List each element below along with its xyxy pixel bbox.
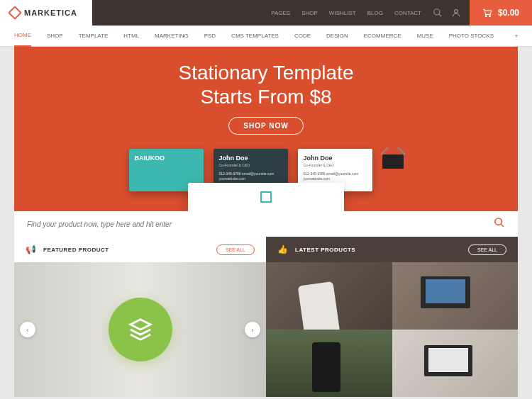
card-sub: Co-Founder & CEO xyxy=(304,163,367,167)
nav-shop[interactable]: SHOP xyxy=(301,10,318,16)
nav-cms[interactable]: CMS TEMPLATES xyxy=(231,26,279,46)
product-thumb-3[interactable] xyxy=(266,330,392,397)
card-title: John Doe xyxy=(304,154,367,162)
binder-clip-icon xyxy=(382,154,404,169)
section-headers: 📢 FEATURED PRODUCT SEE ALL 👍 LATEST PROD… xyxy=(14,237,518,262)
square-icon xyxy=(260,191,272,203)
shop-now-button[interactable]: SHOP NOW xyxy=(228,117,303,135)
nav-code[interactable]: CODE xyxy=(294,26,311,46)
svg-point-4 xyxy=(489,16,491,17)
card-sub: Co-Founder & CEO xyxy=(219,163,282,167)
logo[interactable]: MARKETICA xyxy=(0,0,92,26)
svg-marker-7 xyxy=(130,320,150,330)
prev-arrow[interactable]: ‹ xyxy=(20,322,35,337)
nav-marketing[interactable]: MARKETING xyxy=(155,26,189,46)
latest-grid xyxy=(266,262,518,397)
nav-shop-main[interactable]: SHOP xyxy=(47,26,63,46)
svg-point-2 xyxy=(455,9,458,13)
product-badge xyxy=(109,298,172,361)
cart-button[interactable]: $0.00 xyxy=(470,0,532,26)
featured-header: 📢 FEATURED PRODUCT SEE ALL xyxy=(14,237,266,262)
nav-design[interactable]: DESIGN xyxy=(326,26,348,46)
svg-point-0 xyxy=(434,9,440,15)
nav-ecommerce[interactable]: ECOMMERCE xyxy=(364,26,401,46)
hero-title: Stationary TemplateStarts From $8 xyxy=(14,61,518,108)
svg-line-1 xyxy=(439,14,442,17)
svg-point-5 xyxy=(495,218,501,225)
logo-icon xyxy=(8,6,22,20)
product-thumb-4[interactable] xyxy=(392,330,519,397)
large-card xyxy=(188,183,344,211)
cart-amount: $0.00 xyxy=(498,8,519,18)
thumbs-up-icon: 👍 xyxy=(277,245,288,254)
cart-icon xyxy=(482,9,492,17)
latest-title: LATEST PRODUCTS xyxy=(295,247,461,253)
svg-point-3 xyxy=(485,16,487,17)
card-title: John Doe xyxy=(219,154,282,162)
top-nav: PAGES SHOP WISHLIST BLOG CONTACT xyxy=(271,8,470,18)
product-gallery: ‹ › xyxy=(14,262,518,397)
search-input[interactable] xyxy=(27,220,494,228)
card-title: BAIUKOO xyxy=(135,154,198,162)
featured-title: FEATURED PRODUCT xyxy=(43,247,209,253)
user-icon[interactable] xyxy=(451,8,461,18)
nav-contact[interactable]: CONTACT xyxy=(394,10,421,16)
nav-home[interactable]: HOME xyxy=(14,25,31,47)
card-lines: 012-345-6789 email@yoursite.com yourwebs… xyxy=(304,172,367,181)
nav-wishlist[interactable]: WISHLIST xyxy=(329,10,356,16)
product-thumb-1[interactable] xyxy=(266,262,392,330)
megaphone-icon: 📢 xyxy=(26,245,36,254)
search-submit-icon[interactable] xyxy=(494,217,505,231)
latest-header: 👍 LATEST PRODUCTS SEE ALL xyxy=(266,237,518,262)
card-lines: 012-345-6789 email@yoursite.com yourwebs… xyxy=(219,172,282,181)
featured-product-slide[interactable]: ‹ › xyxy=(14,262,266,397)
svg-line-6 xyxy=(501,224,504,227)
hero-banner: Stationary TemplateStarts From $8 SHOP N… xyxy=(14,47,518,211)
product-thumb-2[interactable] xyxy=(392,262,519,330)
nav-template[interactable]: TEMPLATE xyxy=(79,26,109,46)
nav-muse[interactable]: MUSE xyxy=(417,26,433,46)
nav-pages[interactable]: PAGES xyxy=(271,10,290,16)
chevron-down-icon[interactable]: ▾ xyxy=(515,26,518,46)
search-icon[interactable] xyxy=(433,8,443,18)
top-bar: MARKETICA PAGES SHOP WISHLIST BLOG CONTA… xyxy=(0,0,532,26)
nav-html[interactable]: HTML xyxy=(123,26,139,46)
nav-psd[interactable]: PSD xyxy=(204,26,216,46)
search-bar xyxy=(14,211,518,237)
nav-blog[interactable]: BLOG xyxy=(367,10,383,16)
nav-stocks[interactable]: PHOTO STOCKS xyxy=(449,26,494,46)
see-all-latest[interactable]: SEE ALL xyxy=(468,245,506,255)
layers-icon xyxy=(128,317,153,342)
brand-name: MARKETICA xyxy=(24,9,77,17)
main-nav: HOME SHOP TEMPLATE HTML MARKETING PSD CM… xyxy=(0,26,532,47)
next-arrow[interactable]: › xyxy=(245,322,260,337)
see-all-featured[interactable]: SEE ALL xyxy=(216,245,255,255)
